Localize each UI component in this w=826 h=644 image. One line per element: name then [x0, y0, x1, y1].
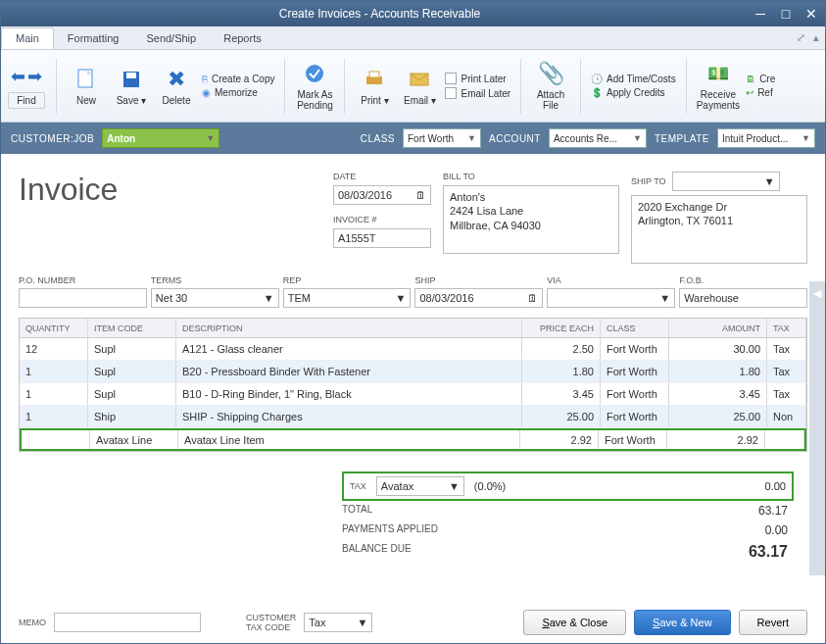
ship-date-label: SHIP: [414, 275, 543, 285]
expand-icon[interactable]: ⤢: [797, 31, 805, 44]
tax-summary-row: TAX Avatax▼ (0.0%) 0.00: [342, 471, 794, 501]
rep-dropdown[interactable]: TEM▼: [283, 288, 412, 308]
maximize-icon[interactable]: □: [778, 6, 794, 22]
create-copy-button[interactable]: ⎘ Create a Copy: [202, 74, 274, 84]
column-class[interactable]: CLASS: [601, 319, 669, 337]
page-title: Invoice: [19, 172, 321, 264]
apply-credits-button[interactable]: 💲 Apply Credits: [591, 87, 676, 98]
table-row[interactable]: 12SuplA121 - Glass cleaner2.50Fort Worth…: [20, 338, 806, 361]
save-new-button[interactable]: Save & New: [634, 610, 731, 635]
table-row[interactable]: 1SuplB10 - D-Ring Binder, 1" Ring, Black…: [20, 383, 806, 406]
arrow-right-icon[interactable]: ➡: [27, 66, 42, 87]
via-label: VIA: [547, 275, 675, 285]
column-quantity[interactable]: QUANTITY: [20, 319, 88, 337]
class-label: CLASS: [361, 133, 395, 144]
email-button[interactable]: Email ▾: [400, 67, 439, 106]
column-amount[interactable]: AMOUNT: [669, 319, 767, 337]
print-button[interactable]: Print ▾: [355, 67, 394, 106]
close-icon[interactable]: ✕: [803, 6, 819, 22]
template-label: TEMPLATE: [655, 133, 709, 144]
chevron-left-icon: ◀: [813, 287, 821, 300]
delete-button[interactable]: ✖ Delete: [157, 67, 196, 106]
new-icon: [73, 67, 99, 92]
column-tax[interactable]: TAX: [767, 319, 806, 337]
save-close-button[interactable]: Save & Close: [523, 610, 626, 635]
window-title: Create Invoices - Accounts Receivable: [7, 7, 753, 21]
balance-value: 63.17: [749, 543, 788, 561]
ship-to-address[interactable]: 2020 Exchange Dr Arlington, TX 76011: [631, 195, 807, 264]
titlebar: Create Invoices - Accounts Receivable ─ …: [1, 1, 825, 26]
tab-sendship[interactable]: Send/Ship: [132, 28, 210, 48]
tab-formatting[interactable]: Formatting: [54, 28, 133, 48]
checkbox-icon: [445, 73, 457, 84]
chevron-up-icon[interactable]: ▴: [813, 31, 819, 44]
tab-reports[interactable]: Reports: [210, 28, 275, 48]
invoice-no-field[interactable]: A1555T: [333, 228, 431, 248]
column-description[interactable]: DESCRIPTION: [176, 319, 522, 337]
credit-button[interactable]: 🗎 Cre: [746, 74, 775, 84]
svg-point-4: [306, 65, 323, 82]
revert-button[interactable]: Revert: [739, 610, 807, 635]
copy-icon: ⎘: [202, 74, 208, 84]
account-dropdown[interactable]: Accounts Re...▼: [549, 128, 647, 148]
calendar-icon[interactable]: 🗓: [415, 189, 426, 201]
ship-date-field[interactable]: 08/03/2016🗓: [414, 288, 543, 308]
customer-tax-code-dropdown[interactable]: Tax▼: [304, 613, 372, 632]
print-later-checkbox[interactable]: Print Later: [445, 73, 510, 84]
find-button[interactable]: ⬅ ➡ Find: [7, 64, 46, 109]
check-circle-icon: [302, 61, 327, 86]
print-icon: [362, 67, 387, 92]
terms-dropdown[interactable]: Net 30▼: [151, 288, 279, 308]
memorize-icon: ◉: [202, 87, 211, 98]
save-button[interactable]: Save ▾: [112, 67, 151, 106]
via-dropdown[interactable]: ▼: [547, 288, 675, 308]
minimize-icon[interactable]: ─: [753, 6, 768, 22]
table-row[interactable]: Avatax LineAvatax Line Item2.92Fort Wort…: [20, 428, 806, 451]
po-field[interactable]: [19, 288, 147, 308]
svg-rect-0: [78, 70, 92, 87]
customer-job-label: CUSTOMER:JOB: [11, 133, 94, 144]
bill-to-label: BILL TO: [443, 172, 619, 181]
refund-button[interactable]: ↩ Ref: [746, 87, 775, 98]
date-field[interactable]: 08/03/2016 🗓: [333, 185, 431, 205]
class-dropdown[interactable]: Fort Worth▼: [403, 128, 481, 148]
tax-label: TAX: [350, 481, 366, 491]
context-bar: CUSTOMER:JOB Anton▼ CLASS Fort Worth▼ AC…: [1, 123, 825, 154]
clock-icon: 🕓: [591, 74, 603, 84]
svg-rect-6: [369, 72, 379, 77]
menu-tabs: Main Formatting Send/Ship Reports ⤢ ▴: [1, 26, 825, 50]
payments-label: PAYMENTS APPLIED: [342, 523, 438, 537]
tax-rate: (0.0%): [474, 480, 506, 492]
receive-payments-button[interactable]: 💵 Receive Payments: [697, 61, 740, 111]
attach-file-button[interactable]: 📎 Attach File: [531, 61, 570, 111]
fob-field[interactable]: Warehouse: [679, 288, 807, 308]
total-value: 63.17: [758, 504, 788, 518]
mark-pending-button[interactable]: Mark As Pending: [295, 61, 334, 111]
template-dropdown[interactable]: Intuit Product...▼: [717, 128, 815, 148]
fob-label: F.O.B.: [679, 275, 807, 285]
memorize-button[interactable]: ◉ Memorize: [202, 87, 274, 98]
tax-item-dropdown[interactable]: Avatax▼: [376, 476, 464, 496]
column-price[interactable]: PRICE EACH: [522, 319, 601, 337]
bill-to-address[interactable]: Anton's 2424 Lisa Lane Millbrae, CA 9403…: [443, 185, 619, 254]
table-row[interactable]: 1SuplB20 - Pressboard Binder With Fasten…: [20, 361, 806, 383]
ship-to-dropdown[interactable]: ▼: [672, 172, 780, 191]
credits-icon: 💲: [591, 87, 603, 98]
rep-label: REP: [283, 275, 412, 285]
table-row[interactable]: 1ShipSHIP - Shipping Charges25.00Fort Wo…: [20, 406, 806, 428]
column-item[interactable]: ITEM CODE: [88, 319, 176, 337]
email-icon: [407, 67, 432, 92]
email-later-checkbox[interactable]: Email Later: [445, 87, 510, 99]
payments-value: 0.00: [765, 523, 788, 537]
new-button[interactable]: New: [67, 67, 106, 106]
side-panel-toggle[interactable]: ◀: [809, 281, 825, 575]
calendar-icon[interactable]: 🗓: [527, 292, 538, 304]
customer-dropdown[interactable]: Anton▼: [102, 128, 219, 148]
customer-tax-code-label: CUSTOMER TAX CODE: [246, 613, 296, 632]
arrow-left-icon[interactable]: ⬅: [11, 66, 25, 87]
memo-label: MEMO: [19, 618, 46, 627]
add-time-costs-button[interactable]: 🕓 Add Time/Costs: [591, 74, 676, 84]
balance-label: BALANCE DUE: [342, 543, 412, 561]
memo-field[interactable]: [54, 613, 201, 632]
tab-main[interactable]: Main: [1, 27, 54, 49]
